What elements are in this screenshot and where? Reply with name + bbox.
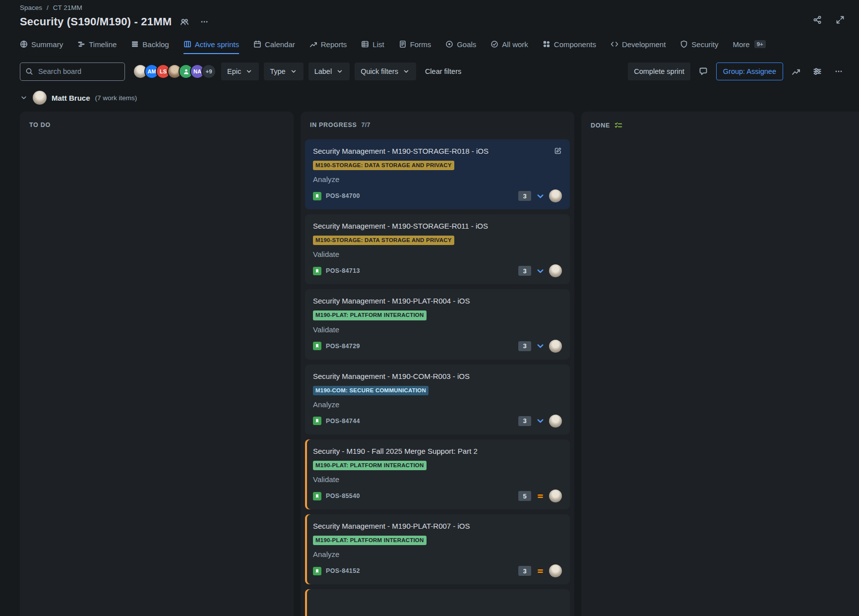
- board-card[interactable]: Security Management - M190-STORAGE-R018 …: [305, 139, 570, 209]
- assignee-avatar[interactable]: [549, 564, 562, 577]
- collapse-group-icon[interactable]: [20, 94, 28, 102]
- column-done: DONE: [581, 112, 859, 616]
- card-title: Security Management - M190-PLAT-R007 - i…: [313, 521, 470, 531]
- tab-list[interactable]: List: [361, 35, 384, 54]
- search-board: [20, 62, 125, 81]
- board-card[interactable]: Security Management - M190-STORAGE-R011 …: [305, 214, 570, 284]
- story-type-icon: [313, 492, 321, 500]
- board-card[interactable]: Security Management - M190-PLAT-R007 - i…: [305, 514, 570, 584]
- issue-key: POS-84700: [326, 192, 360, 199]
- assignee-avatar[interactable]: [549, 490, 562, 502]
- group-assignee-avatar: [33, 91, 47, 105]
- label-badge: M190-PLAT: PLATFORM INTERACTION: [313, 310, 427, 320]
- tab-all-work[interactable]: All work: [491, 35, 528, 54]
- tab-forms[interactable]: Forms: [399, 35, 431, 54]
- tab-label: Calendar: [265, 40, 295, 49]
- search-input[interactable]: [37, 67, 120, 76]
- tab-development[interactable]: Development: [611, 35, 666, 54]
- type-filter-dropdown[interactable]: Type: [264, 62, 303, 80]
- tab-label: More: [733, 40, 750, 49]
- share-icon[interactable]: [810, 13, 824, 27]
- clear-filters-button[interactable]: Clear filters: [421, 67, 465, 75]
- page-title: Security (S190/M190) - 21MM: [20, 15, 172, 28]
- story-type-icon: [313, 267, 321, 275]
- card-status: Validate: [313, 475, 562, 484]
- avatar-initials: LS: [160, 68, 167, 74]
- tab-components[interactable]: Components: [543, 35, 596, 54]
- tab-label: Backlog: [142, 40, 169, 49]
- label-filter-dropdown[interactable]: Label: [308, 62, 350, 80]
- label-badge: M190-PLAT: PLATFORM INTERACTION: [313, 536, 427, 545]
- assignee-avatar[interactable]: [549, 264, 562, 277]
- assignee-group-header: Matt Bruce (7 work items): [0, 90, 859, 105]
- board-card[interactable]: [305, 589, 570, 616]
- issue-key: POS-84744: [326, 418, 360, 425]
- chevron-down-icon: [402, 67, 410, 75]
- tab-label: Reports: [321, 40, 347, 49]
- priority-low-icon: [536, 266, 545, 275]
- avatar-overflow[interactable]: +9: [201, 64, 216, 79]
- breadcrumb: Spaces / CT 21MM: [20, 4, 839, 11]
- view-settings-icon[interactable]: [809, 63, 826, 80]
- tab-timeline[interactable]: Timeline: [77, 35, 117, 54]
- group-work-item-count: (7 work items): [95, 94, 137, 102]
- table-icon: [361, 40, 369, 48]
- tab-security[interactable]: Security: [680, 35, 718, 54]
- story-type-icon: [313, 192, 321, 200]
- estimate-badge: 5: [518, 491, 531, 501]
- tab-summary[interactable]: Summary: [20, 35, 63, 54]
- card-title: Security Management - M190-STORAGE-R011 …: [313, 221, 488, 231]
- board-card[interactable]: Security Management - M190-PLAT-R004 - i…: [305, 289, 570, 359]
- tab-more[interactable]: More 9+: [733, 35, 766, 54]
- board-card[interactable]: Security - M190 - Fall 2025 Merge Suppor…: [305, 439, 570, 509]
- dropdown-label: Epic: [227, 67, 241, 75]
- components-icon: [543, 40, 551, 48]
- check-circle-icon: [491, 40, 498, 48]
- edit-summary-icon[interactable]: [554, 147, 562, 155]
- tab-goals[interactable]: Goals: [445, 35, 476, 54]
- label-badge: M190-PLAT: PLATFORM INTERACTION: [313, 461, 427, 470]
- epic-filter-dropdown[interactable]: Epic: [221, 62, 259, 80]
- board-more-icon[interactable]: [830, 63, 847, 80]
- card-status: Analyze: [313, 175, 562, 184]
- done-checklist-icon: [614, 122, 622, 129]
- expand-icon[interactable]: [833, 13, 847, 27]
- title-more-icon[interactable]: [197, 15, 211, 29]
- complete-sprint-button[interactable]: Complete sprint: [628, 62, 690, 80]
- estimate-badge: 3: [518, 416, 531, 426]
- chevron-down-icon: [245, 67, 253, 75]
- column-title: TO DO: [29, 122, 51, 128]
- breadcrumb-spaces[interactable]: Spaces: [20, 4, 42, 11]
- globe-icon: [20, 40, 28, 48]
- assignee-avatar[interactable]: [549, 415, 562, 428]
- feedback-icon[interactable]: [695, 63, 712, 80]
- column-count: 7/7: [362, 122, 370, 128]
- column-todo: TO DO: [20, 112, 294, 616]
- tab-backlog[interactable]: Backlog: [131, 35, 169, 54]
- issue-key: POS-84713: [326, 267, 360, 274]
- priority-low-icon: [536, 342, 545, 351]
- column-cards: Security Management - M190-STORAGE-R018 …: [305, 139, 570, 616]
- board-card[interactable]: Security Management - M190-COM-R003 - iO…: [305, 365, 570, 434]
- card-title: Security Management - M190-STORAGE-R018 …: [313, 146, 549, 156]
- quick-filters-dropdown[interactable]: Quick filters: [355, 62, 416, 80]
- team-icon[interactable]: [178, 15, 191, 29]
- tab-label: Development: [622, 40, 666, 49]
- form-icon: [399, 40, 407, 48]
- label-badge: M190-STORAGE: DATA STORAGE AND PRIVACY: [313, 236, 454, 245]
- column-title: IN PROGRESS: [310, 122, 357, 128]
- estimate-badge: 3: [518, 266, 531, 276]
- assignee-avatar[interactable]: [549, 189, 562, 202]
- avatar-overflow-count: +9: [205, 68, 212, 74]
- breadcrumb-project[interactable]: CT 21MM: [53, 4, 82, 11]
- issue-key: POS-84152: [326, 567, 360, 574]
- insights-icon[interactable]: [788, 63, 804, 80]
- tab-active-sprints[interactable]: Active sprints: [184, 35, 239, 54]
- issue-key: POS-85540: [326, 493, 360, 499]
- tab-reports[interactable]: Reports: [309, 35, 347, 54]
- assignee-avatar[interactable]: [549, 340, 562, 353]
- tab-label: Goals: [457, 40, 476, 49]
- code-icon: [611, 40, 618, 48]
- group-by-assignee-button[interactable]: Group: Assignee: [716, 62, 783, 80]
- tab-calendar[interactable]: Calendar: [253, 35, 295, 54]
